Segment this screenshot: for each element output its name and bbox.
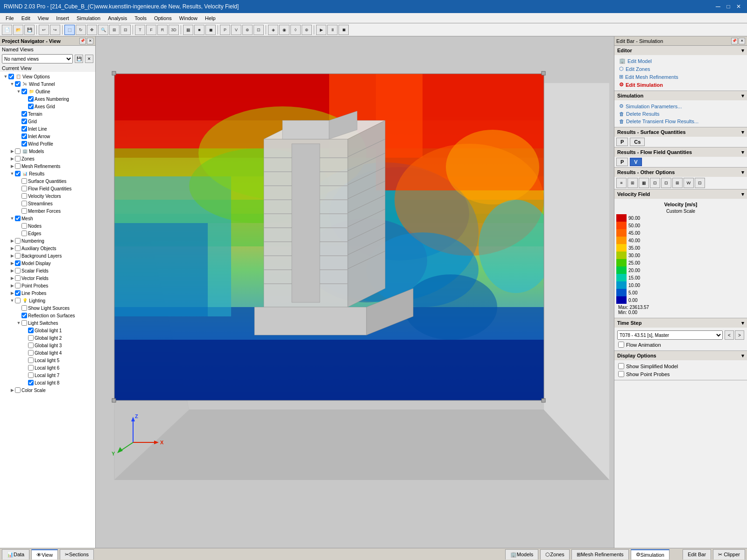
other-opt-6[interactable]: ⊞ [672, 178, 683, 188]
tree-checkbox-29[interactable] [15, 290, 21, 296]
tab-sections[interactable]: ✂ Sections [60, 549, 94, 560]
surface-p-btn[interactable]: P [616, 138, 628, 146]
tree-item-22[interactable]: ▶Numbering [1, 237, 94, 245]
expand-arrow-37[interactable] [22, 350, 28, 356]
expand-arrow-4[interactable] [22, 104, 28, 109]
tree-item-3[interactable]: Axes Numbering [1, 95, 94, 103]
surface-cs-btn[interactable]: Cs [630, 138, 645, 146]
menu-simulation[interactable]: Simulation [73, 14, 104, 22]
tree-item-31[interactable]: Show Light Sources [1, 304, 94, 312]
toolbar-pan[interactable]: ✥ [87, 25, 97, 35]
other-opt-1[interactable]: ≡ [616, 178, 627, 188]
expand-arrow-2[interactable]: ▼ [16, 89, 21, 94]
toolbar-view-top[interactable]: T [135, 25, 145, 35]
tab-mesh-refinements[interactable]: ⊞ Mesh Refinements [571, 549, 629, 560]
tree-checkbox-26[interactable] [15, 268, 21, 273]
simulation-section-title[interactable]: Simulation ▾ [614, 91, 747, 100]
expand-arrow-14[interactable] [16, 178, 21, 184]
tree-checkbox-13[interactable] [15, 171, 21, 176]
toolbar-b2[interactable]: V [231, 25, 241, 35]
other-opt-2[interactable]: ⊞ [627, 178, 638, 188]
expand-arrow-38[interactable] [22, 357, 28, 363]
right-panel-pin[interactable]: 📌 [731, 38, 738, 44]
expand-arrow-31[interactable] [16, 305, 21, 311]
tree-item-38[interactable]: Local light 5 [1, 357, 94, 364]
tree-item-5[interactable]: Terrain [1, 110, 94, 118]
tree-checkbox-19[interactable] [15, 216, 21, 221]
restore-button[interactable]: □ [724, 2, 733, 11]
toolbar-rotate[interactable]: ↻ [76, 25, 86, 35]
expand-arrow-42[interactable]: ▶ [9, 387, 15, 393]
expand-arrow-25[interactable]: ▶ [9, 260, 15, 266]
tree-item-25[interactable]: ▶Model Display [1, 259, 94, 267]
expand-arrow-11[interactable]: ▶ [9, 156, 15, 161]
tab-view[interactable]: 👁 View [31, 549, 58, 560]
toolbar-b1[interactable]: P [220, 25, 230, 35]
tree-item-40[interactable]: Local light 7 [1, 371, 94, 379]
tree-checkbox-39[interactable] [28, 365, 34, 371]
toolbar-b9[interactable]: ▶ [316, 25, 326, 35]
tree-item-39[interactable]: Local light 6 [1, 364, 94, 371]
expand-arrow-7[interactable] [16, 126, 21, 132]
edit-mesh-btn[interactable]: ⊞ Edit Mesh Refinements [616, 73, 745, 81]
tree-item-0[interactable]: ▼📋View Options [1, 73, 94, 80]
toolbar-b4[interactable]: ⊡ [254, 25, 264, 35]
tree-checkbox-5[interactable] [21, 111, 27, 117]
expand-arrow-15[interactable] [16, 186, 21, 191]
expand-arrow-12[interactable]: ▶ [9, 163, 15, 169]
flow-v-btn[interactable]: V [630, 158, 641, 166]
tree-checkbox-34[interactable] [28, 328, 34, 333]
velocity-field-title[interactable]: Velocity Field ▾ [614, 189, 747, 199]
tree-checkbox-1[interactable] [15, 81, 21, 87]
tree-checkbox-42[interactable] [15, 387, 21, 393]
timestep-select[interactable]: T078 - 43.51 [s], Master [617, 330, 723, 340]
tree-item-7[interactable]: Inlet Line [1, 125, 94, 133]
tree-checkbox-12[interactable] [15, 163, 21, 169]
toolbar-render-wire[interactable]: ▦ [183, 25, 193, 35]
tree-checkbox-40[interactable] [28, 372, 34, 378]
tree-checkbox-33[interactable] [21, 320, 27, 326]
sim-params-btn[interactable]: ⚙ Simulation Parameters... [616, 102, 745, 110]
tree-item-27[interactable]: ▶Vector Fields [1, 274, 94, 282]
edit-zones-btn[interactable]: ⬡ Edit Zones [616, 65, 745, 73]
tree-item-14[interactable]: Surface Quantities [1, 177, 94, 185]
menu-tools[interactable]: Tools [131, 14, 150, 22]
tree-item-18[interactable]: Member Forces [1, 207, 94, 215]
tree-checkbox-18[interactable] [21, 208, 27, 214]
tree-checkbox-15[interactable] [21, 186, 27, 191]
toolbar-open[interactable]: 📂 [13, 25, 23, 35]
tree-item-29[interactable]: ▶Line Probes [1, 289, 94, 297]
expand-arrow-10[interactable]: ▶ [9, 148, 15, 154]
expand-arrow-19[interactable]: ▼ [9, 216, 15, 221]
timestep-prev-btn[interactable]: < [725, 330, 734, 340]
delete-transient-btn[interactable]: 🗑 Delete Transient Flow Results... [616, 118, 745, 125]
tree-checkbox-6[interactable] [21, 119, 27, 124]
tree-item-41[interactable]: Local light 8 [1, 379, 94, 386]
menu-help[interactable]: Help [201, 14, 219, 22]
toolbar-b3[interactable]: ⊕ [242, 25, 253, 35]
tree-item-23[interactable]: ▶Auxiliary Objects [1, 245, 94, 252]
toolbar-b11[interactable]: ⏹ [338, 25, 349, 35]
other-opt-7[interactable]: W [684, 178, 694, 188]
toolbar-b6[interactable]: ◉ [279, 25, 289, 35]
viewport[interactable]: Z X Y [96, 36, 614, 548]
tab-edit-bar[interactable]: Edit Bar [683, 549, 711, 560]
tree-checkbox-10[interactable] [15, 148, 21, 154]
tree-checkbox-38[interactable] [28, 357, 34, 363]
tree-checkbox-36[interactable] [28, 343, 34, 348]
tree-item-17[interactable]: Streamlines [1, 200, 94, 207]
expand-arrow-8[interactable] [16, 133, 21, 139]
tree-item-16[interactable]: Velocity Vectors [1, 192, 94, 200]
tree-checkbox-21[interactable] [21, 231, 27, 236]
tree-checkbox-28[interactable] [15, 283, 21, 288]
expand-arrow-13[interactable]: ▼ [9, 171, 15, 176]
tree-item-9[interactable]: Wind Profile [1, 140, 94, 147]
tree-checkbox-41[interactable] [28, 380, 34, 385]
edit-simulation-btn[interactable]: ⚙ Edit Simulation [616, 81, 745, 89]
toolbar-undo[interactable]: ↩ [39, 25, 49, 35]
toolbar-render-shade[interactable]: ◼ [205, 25, 216, 35]
tree-item-6[interactable]: Grid [1, 118, 94, 125]
expand-arrow-3[interactable] [22, 96, 28, 102]
tree-checkbox-0[interactable] [8, 74, 14, 79]
tree-checkbox-27[interactable] [15, 275, 21, 281]
